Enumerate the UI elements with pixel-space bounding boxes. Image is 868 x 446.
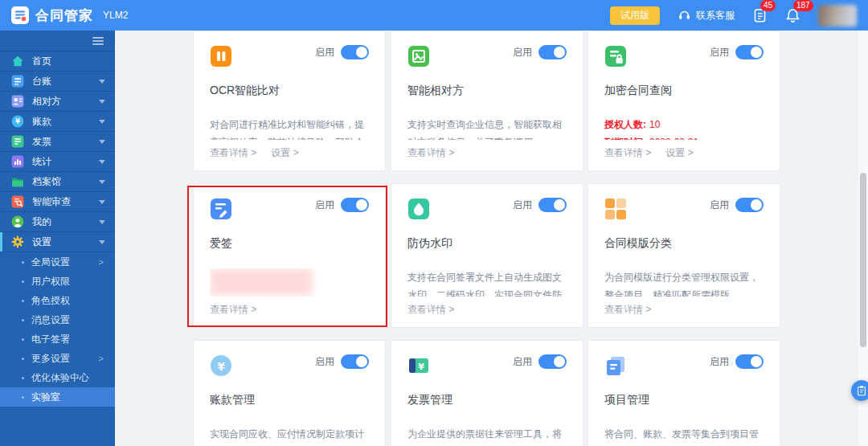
- sidebar-subitem-label: 角色授权: [31, 294, 70, 308]
- sidebar-subitem-optimization-center[interactable]: 优化体验中心: [0, 368, 115, 387]
- bullet-dot: [22, 261, 24, 264]
- feature-card-payment-management: ¥启用账款管理实现合同应收、应付情况制定款项计划周期，实时掌握资金流，提高企业资…: [193, 340, 386, 446]
- card-meta: 授权人数:10: [604, 116, 764, 133]
- user-avatar[interactable]: [818, 5, 857, 27]
- feature-card-invoice-management: ¥启用发票管理为企业提供的票据往来管理工具，将开票、收票在线集中流程管理。: [391, 340, 583, 446]
- template-grid-icon: [604, 198, 627, 223]
- toggle-knob: [554, 199, 565, 211]
- sidebar-item-mine[interactable]: 我的: [0, 212, 115, 232]
- enable-toggle[interactable]: [341, 198, 369, 212]
- card-description: 将合同、账款、发票等集合到项目管理，可以快速了解项目的盈亏状态。: [604, 425, 764, 446]
- chevron-down-icon: [99, 220, 105, 224]
- feature-card-smart-counterparty: 启用智能相对方支持实时查询企业信息，智能获取相对方税务信息，并可重复调用。套餐数…: [391, 31, 583, 171]
- sidebar-item-counterparty[interactable]: 相对方: [0, 92, 115, 112]
- clipboard-icon: [856, 385, 867, 396]
- sidebar-item-label: 首页: [32, 55, 105, 68]
- bullet-dot: [22, 377, 24, 379]
- enable-label: 启用: [710, 355, 729, 369]
- ocr-icon: [210, 45, 232, 71]
- chevron-down-icon: [99, 140, 105, 144]
- view-details-link[interactable]: 查看详情 >: [210, 146, 256, 160]
- svg-text:¥: ¥: [15, 118, 20, 125]
- bullet-dot: [22, 280, 24, 283]
- enable-toggle[interactable]: [538, 354, 567, 369]
- sidebar-subitem-laboratory[interactable]: 实验室: [0, 387, 115, 407]
- card-body: 将合同、账款、发票等集合到项目管理，可以快速了解项目的盈亏状态。: [604, 425, 764, 446]
- card-title: 合同模版分类: [604, 236, 764, 251]
- view-details-link[interactable]: 查看详情 >: [407, 146, 454, 160]
- sidebar-item-payments[interactable]: ¥账款: [0, 112, 115, 132]
- enable-toggle[interactable]: [735, 354, 764, 369]
- sidebar-subitem-user-permissions[interactable]: 用户权限: [0, 272, 115, 291]
- toggle-knob: [751, 356, 762, 367]
- bullet-dot: [22, 300, 24, 302]
- workspace-name: YLM2: [103, 10, 128, 21]
- sidebar: 首页台账相对方¥账款发票统计档案馆智能审查我的设置 全局设置>用户权限角色授权消…: [0, 31, 115, 446]
- sidebar-subitem-global-settings[interactable]: 全局设置>: [0, 252, 115, 272]
- invoice-icon: [11, 135, 24, 148]
- enable-toggle[interactable]: [341, 354, 369, 369]
- card-title: 加密合同查阅: [604, 84, 764, 98]
- card-links: 查看详情 >: [604, 303, 764, 317]
- sidebar-item-ledger[interactable]: 台账: [0, 72, 115, 92]
- enable-toggle[interactable]: [341, 45, 369, 59]
- sidebar-subitem-more-settings[interactable]: 更多设置>: [0, 349, 115, 368]
- card-title: 账款管理: [210, 393, 369, 407]
- enable-toggle[interactable]: [538, 45, 567, 59]
- card-title: OCR智能比对: [210, 84, 369, 98]
- feature-card-encrypted-contract-view: 启用加密合同查阅授权人数:10到期时间:2023-08-31查看详情 >设置 >: [588, 31, 780, 171]
- memo-button[interactable]: 45: [752, 7, 768, 23]
- invoice-ticket-icon: ¥: [407, 354, 430, 380]
- encrypted-contract-icon: [604, 45, 627, 71]
- home-icon: [11, 55, 24, 68]
- view-details-link[interactable]: 查看详情 >: [604, 146, 651, 160]
- sidebar-item-invoices[interactable]: 发票: [0, 132, 115, 152]
- sidebar-collapse-row: [0, 31, 115, 51]
- card-description: 对合同进行精准比对和智能纠错，提高审阅效率，防范法律风险，帮助企业实现合同智能审…: [210, 116, 369, 140]
- settings-link[interactable]: 设置 >: [665, 146, 693, 160]
- archive-icon: [11, 175, 24, 188]
- enable-toggle[interactable]: [735, 45, 764, 59]
- sidebar-item-label: 台账: [32, 75, 99, 88]
- sidebar-item-smart-review[interactable]: 智能审查: [0, 192, 115, 212]
- toggle-knob: [356, 356, 367, 367]
- floating-clipboard-button[interactable]: [851, 380, 868, 401]
- view-details-link[interactable]: 查看详情 >: [407, 303, 454, 317]
- sidebar-item-label: 我的: [32, 215, 99, 229]
- sidebar-item-home[interactable]: 首页: [0, 51, 115, 72]
- trial-badge[interactable]: 试用版: [610, 6, 660, 25]
- feature-card-ocr-compare: 启用OCR智能比对对合同进行精准比对和智能纠错，提高审阅效率，防范法律风险，帮助…: [193, 31, 386, 171]
- card-links: 查看详情 >: [210, 303, 369, 317]
- sidebar-item-archives[interactable]: 档案馆: [0, 172, 115, 192]
- bullet-dot: [22, 338, 24, 341]
- card-meta: 到期时间:2023-08-31: [604, 133, 764, 140]
- scrollbar-thumb[interactable]: [860, 173, 866, 347]
- memo-count-badge: 45: [760, 0, 776, 11]
- stats-icon: [11, 155, 24, 168]
- card-title: 项目管理: [604, 393, 764, 407]
- enable-toggle[interactable]: [538, 198, 567, 212]
- enable-toggle[interactable]: [735, 198, 764, 212]
- sidebar-item-statistics[interactable]: 统计: [0, 152, 115, 172]
- bullet-dot: [22, 358, 24, 360]
- enable-label: 启用: [513, 355, 532, 369]
- sidebar-item-label: 档案馆: [32, 175, 99, 189]
- card-body: [210, 268, 369, 297]
- enable-label: 启用: [513, 198, 532, 212]
- sidebar-item-label: 统计: [32, 155, 99, 169]
- card-body: 为企业提供的票据往来管理工具，将开票、收票在线集中流程管理。: [407, 425, 567, 446]
- contact-support-button[interactable]: 联系客服: [678, 9, 735, 23]
- view-details-link[interactable]: 查看详情 >: [210, 303, 256, 317]
- sidebar-item-label: 相对方: [32, 95, 99, 108]
- view-details-link[interactable]: 查看详情 >: [604, 303, 651, 317]
- card-links: 查看详情 >: [407, 303, 567, 317]
- ledger-icon: [11, 75, 24, 88]
- collapse-sidebar-icon[interactable]: [92, 35, 104, 47]
- sidebar-item-settings[interactable]: 设置: [0, 232, 115, 252]
- sidebar-subitem-e-signature[interactable]: 电子签署: [0, 329, 115, 349]
- settings-link[interactable]: 设置 >: [271, 146, 298, 160]
- bullet-dot: [22, 396, 24, 399]
- sidebar-subitem-role-authorization[interactable]: 角色授权: [0, 291, 115, 310]
- sidebar-subitem-message-settings[interactable]: 消息设置: [0, 310, 115, 329]
- notifications-button[interactable]: 187: [785, 7, 800, 23]
